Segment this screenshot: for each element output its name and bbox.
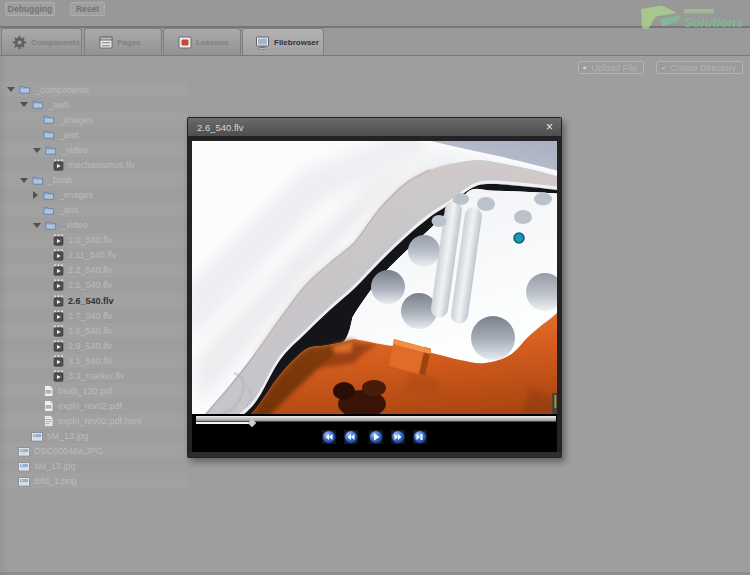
svg-text:Solutions: Solutions bbox=[684, 15, 743, 30]
